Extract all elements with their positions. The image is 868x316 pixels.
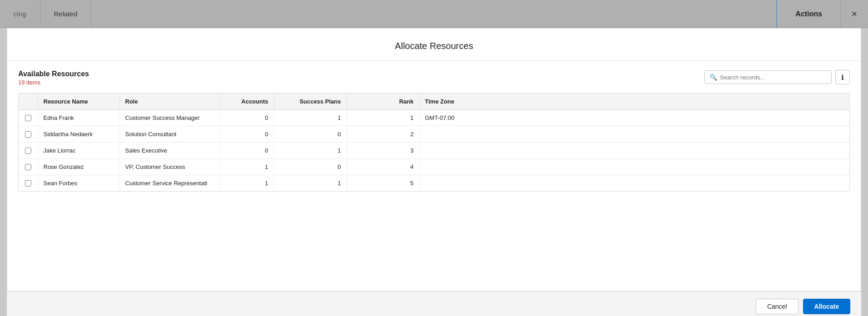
table-row: Siddartha Nedaerk Solution Consultant 0 …: [19, 126, 849, 143]
actions-tab[interactable]: Actions: [776, 0, 841, 28]
top-bar: cing Related Actions ×: [0, 0, 868, 28]
row-role: Solution Consultant: [119, 126, 219, 143]
row-rank: 4: [347, 159, 419, 175]
row-rank: 1: [347, 110, 419, 126]
row-accounts: 1: [219, 175, 274, 192]
row-role: Customer Success Manager: [119, 110, 219, 126]
row-timezone: [419, 175, 849, 192]
col-header-accounts: Accounts: [219, 94, 274, 110]
section-title: Available Resources: [18, 70, 89, 78]
row-checkbox-0[interactable]: [25, 115, 31, 121]
modal-body: Allocate Resources Available Resources 1…: [7, 28, 861, 291]
row-checkbox-cell: [19, 110, 38, 126]
row-accounts: 1: [219, 159, 274, 175]
section-count: 19 items: [18, 79, 89, 86]
row-timezone: [419, 159, 849, 175]
row-checkbox-1[interactable]: [25, 131, 31, 138]
row-checkbox-4[interactable]: [25, 180, 31, 187]
section-header: Available Resources 19 items 🔍 ℹ: [18, 70, 850, 86]
row-rank: 5: [347, 175, 419, 192]
col-header-name: Resource Name: [38, 94, 119, 110]
row-success-plans: 0: [274, 159, 347, 175]
search-area: 🔍 ℹ: [704, 70, 850, 84]
table-row: Sean Forbes Customer Service Representat…: [19, 175, 849, 192]
table-row: Rose Gonzalez VP, Customer Success 1 0 4: [19, 159, 849, 175]
row-checkbox-cell: [19, 143, 38, 159]
row-role: VP, Customer Success: [119, 159, 219, 175]
row-name: Siddartha Nedaerk: [38, 126, 119, 143]
modal-content: Available Resources 19 items 🔍 ℹ Resourc: [7, 61, 861, 201]
modal-title: Allocate Resources: [7, 28, 861, 61]
row-name: Jake Llorrac: [38, 143, 119, 159]
section-title-group: Available Resources 19 items: [18, 70, 89, 86]
table-row: Jake Llorrac Sales Executive 0 1 3: [19, 143, 849, 159]
tab-related[interactable]: Related: [40, 0, 92, 28]
row-role: Sales Executive: [119, 143, 219, 159]
row-checkbox-3[interactable]: [25, 164, 31, 170]
row-accounts: 0: [219, 110, 274, 126]
row-rank: 3: [347, 143, 419, 159]
row-checkbox-cell: [19, 159, 38, 175]
col-header-rank: Rank: [347, 94, 419, 110]
info-button[interactable]: ℹ: [835, 70, 850, 84]
table-header-row: Resource Name Role Accounts Success Plan…: [19, 94, 849, 110]
row-checkbox-2[interactable]: [25, 148, 31, 154]
row-name: Rose Gonzalez: [38, 159, 119, 175]
allocate-button[interactable]: Allocate: [803, 299, 850, 314]
row-name: Edna Frank: [38, 110, 119, 126]
row-success-plans: 1: [274, 175, 347, 192]
search-icon: 🔍: [709, 74, 717, 81]
table-row: Edna Frank Customer Success Manager 0 1 …: [19, 110, 849, 126]
col-header-timezone: Time Zone: [419, 94, 849, 110]
row-timezone: GMT-07:00: [419, 110, 849, 126]
row-rank: 2: [347, 126, 419, 143]
row-name: Sean Forbes: [38, 175, 119, 192]
row-timezone: [419, 126, 849, 143]
row-checkbox-cell: [19, 175, 38, 192]
cancel-button[interactable]: Cancel: [756, 299, 799, 314]
col-header-role: Role: [119, 94, 219, 110]
footer-bar: Cancel Allocate: [7, 291, 861, 316]
search-box: 🔍: [704, 70, 832, 84]
resources-table: Resource Name Role Accounts Success Plan…: [19, 94, 849, 191]
row-timezone: [419, 143, 849, 159]
info-icon: ℹ: [841, 73, 844, 82]
col-header-success-plans: Success Plans: [274, 94, 347, 110]
row-role: Customer Service Representati: [119, 175, 219, 192]
row-checkbox-cell: [19, 126, 38, 143]
row-success-plans: 1: [274, 143, 347, 159]
row-accounts: 0: [219, 126, 274, 143]
row-success-plans: 1: [274, 110, 347, 126]
col-header-checkbox: [19, 94, 38, 110]
search-input[interactable]: [720, 74, 827, 81]
tab-cing[interactable]: cing: [0, 0, 40, 28]
table-wrap: Resource Name Role Accounts Success Plan…: [18, 93, 850, 192]
row-accounts: 0: [219, 143, 274, 159]
row-success-plans: 0: [274, 126, 347, 143]
close-button[interactable]: ×: [841, 0, 868, 28]
